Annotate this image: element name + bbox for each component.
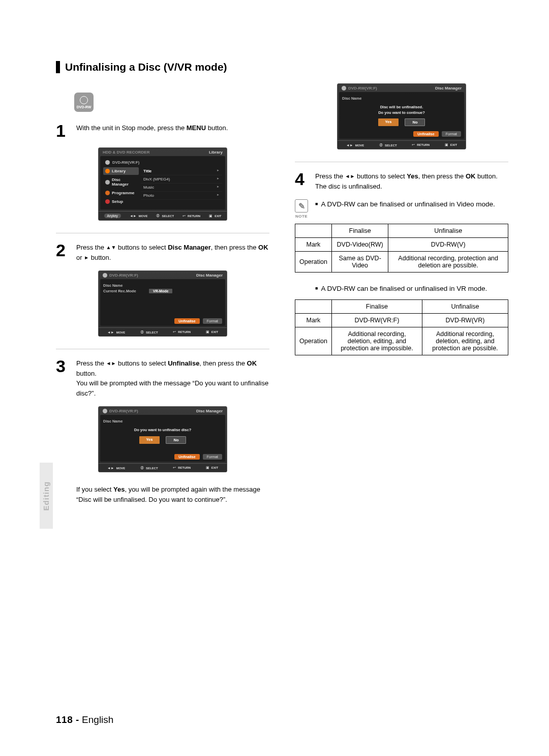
field-disc-name: Disc Name [342,96,383,101]
step-3: 3 Press the ◄► buttons to select Unfinal… [56,358,269,398]
osd-unfinalise-prompt-screenshot: DVD-RW(VR:F) Disc Manager Disc Name Do y… [98,406,227,472]
osd-sidebar-library[interactable]: Library [103,167,139,175]
osd-footer: Anykey ◄► MOVE ⦿ SELECT ↩ RETURN ▣ EXIT [99,211,227,220]
field-disc-name: Disc Name [103,419,144,424]
manual-page: Editing Unfinalising a Disc (V/VR mode) … [0,0,549,756]
step-number: 4 [295,170,315,191]
osd-menu-divx[interactable]: DivX (MPEG4) [141,175,222,184]
step-3-followup: If you select Yes, you will be prompted … [76,485,269,505]
yes-button[interactable]: Yes [378,118,399,126]
step-number: 3 [56,357,76,398]
field-rec-mode-value: VR-Mode [149,289,172,293]
format-button[interactable]: Format [442,131,461,137]
osd-header-right: Disc Manager [435,86,462,90]
osd-header-left: HDD & DVD RECORDER [103,150,149,155]
osd-bottom-buttons: Unfinalise Format [172,454,222,460]
step-1: 1 With the unit in Stop mode, press the … [56,123,269,139]
step-body: With the unit in Stop mode, press the ME… [76,123,269,139]
page-title: Unfinalising a Disc (V/VR mode) [56,61,508,73]
unfinalise-button[interactable]: Unfinalise [174,454,199,460]
unfinalise-button[interactable]: Unfinalise [413,131,438,137]
divider [295,162,508,162]
step-number: 1 [56,122,76,139]
dvd-rw-badge: DVD-RW [74,93,94,112]
yes-button[interactable]: Yes [139,436,160,444]
osd-prompt-message: Disc will be unfinalised. Do you want to… [342,105,461,115]
note-label: NOTE [295,214,308,219]
page-number: 118 - [56,714,79,725]
step-4: 4 Press the ◄► buttons to select Yes, th… [295,171,508,191]
field-disc-name: Disc Name [103,283,144,288]
osd-menu-photo[interactable]: Photo [141,192,222,200]
table-video-mode: Finalise Unfinalise Mark DVD-Video(RW) D… [295,224,508,273]
note-text: ■A DVD-RW can be finalised or unfinalise… [315,199,495,210]
disc-icon [80,96,88,104]
disc-icon [342,86,346,90]
osd-disc-label: DVD-RW(VR:F) [112,160,139,165]
osd-menu-music[interactable]: Music [141,184,222,192]
osd-disc-manager-screenshot: DVD-RW(VR:F) Disc Manager Disc Name Curr… [98,270,227,337]
note-icon: ✎ [295,199,308,213]
osd-header-right: Disc Manager [196,409,223,413]
osd-header-right: Disc Manager [196,273,223,278]
page-title-text: Unfinalising a Disc (V/VR mode) [65,61,227,73]
osd-bottom-buttons: Unfinalise Format [172,318,222,324]
table-vr-mode: Finalise Unfinalise Mark DVD-RW(VR:F) DV… [295,299,508,355]
osd-menu-title[interactable]: Title [141,167,222,175]
format-button[interactable]: Format [203,318,222,324]
left-column: DVD-RW 1 With the unit in Stop mode, pre… [56,83,269,505]
osd-header-right: Library [209,150,223,155]
disc-badge-label: DVD-RW [77,105,92,109]
page-footer: 118 - English [56,714,113,725]
field-rec-mode-label: Current Rec.Mode [103,289,144,293]
disc-badge-row: DVD-RW [74,93,269,112]
section-side-tab-label: Editing [42,481,51,510]
osd-sidebar-programme[interactable]: Programme [103,189,139,197]
osd-sidebar: Library Disc Manager Programme Setup [103,167,139,206]
osd-footer: ◄► MOVE ⦿ SELECT ↩ RETURN ▣ EXIT [99,327,227,336]
step-body: Press the ◄► buttons to select Yes, then… [315,171,508,191]
step-2: 2 Press the ▲▼ buttons to select Disc Ma… [56,243,269,262]
osd-sidebar-disc-manager[interactable]: Disc Manager [103,176,139,188]
divider [56,349,269,349]
no-button[interactable]: No [405,118,425,126]
section-side-tab: Editing [40,463,53,529]
osd-bottom-buttons: Unfinalise Format [411,131,461,137]
osd-library-screenshot: HDD & DVD RECORDER Library DVD-RW(VR:F) … [98,147,227,221]
right-column: DVD-RW(VR:F) Disc Manager Disc Name Disc… [295,83,508,505]
anykey-pill: Anykey [104,214,121,218]
note-text-2: ■A DVD-RW can be finalised or unfinalise… [315,284,508,294]
disc-icon [105,160,110,165]
unfinalise-button[interactable]: Unfinalise [174,318,199,324]
osd-sidebar-setup[interactable]: Setup [103,198,139,205]
osd-disc-label: DVD-RW(VR:F) [109,273,138,278]
osd-footer: ◄► MOVE ⦿ SELECT ↩ RETURN ▣ EXIT [338,140,466,149]
step-body: Press the ▲▼ buttons to select Disc Mana… [76,243,269,262]
format-button[interactable]: Format [203,454,222,460]
osd-continue-prompt-screenshot: DVD-RW(VR:F) Disc Manager Disc Name Disc… [337,83,466,149]
page-language: English [82,714,113,725]
osd-disc-label: DVD-RW(VR:F) [348,86,377,90]
osd-menu: Title DivX (MPEG4) Music Photo [139,167,222,206]
no-button[interactable]: No [166,436,186,444]
osd-disc-label: DVD-RW(VR:F) [109,409,138,413]
note-block: ✎ NOTE ■A DVD-RW can be finalised or unf… [295,199,508,219]
disc-icon [103,409,107,413]
divider [56,233,269,233]
osd-prompt-message: Do you want to unfinalise disc? [103,428,222,433]
step-body: Press the ◄► buttons to select Unfinalis… [76,358,269,398]
osd-footer: ◄► MOVE ⦿ SELECT ↩ RETURN ▣ EXIT [99,463,227,472]
disc-icon [103,273,107,278]
step-number: 2 [56,241,76,262]
